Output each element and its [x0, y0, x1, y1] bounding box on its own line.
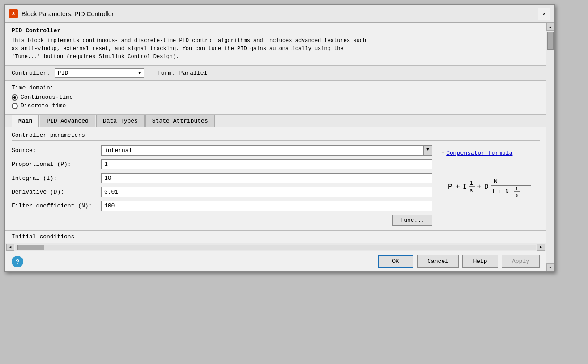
formula-container: P + I 1 s +	[441, 165, 540, 212]
title-bar-left: S Block Parameters: PID Controller	[9, 9, 114, 18]
dialog-title: Block Parameters: PID Controller	[21, 10, 114, 17]
filter-input[interactable]	[101, 201, 432, 211]
params-left: Source: internal ▼ Proportional (P):	[12, 145, 432, 226]
controller-select-arrow: ▼	[138, 71, 141, 76]
tune-row: Tune...	[12, 215, 432, 226]
scroll-up-arrow[interactable]: ▲	[546, 23, 554, 31]
source-dropdown-arrow[interactable]: ▼	[423, 146, 432, 155]
svg-text:+: +	[456, 183, 460, 191]
desc-text-2: as anti-windup, external reset, and sign…	[12, 45, 540, 53]
source-value: internal	[102, 146, 423, 155]
controller-label: Controller:	[12, 70, 50, 76]
tab-state-attributes[interactable]: State Attributes	[145, 115, 215, 127]
description-section: PID Controller This block implements con…	[5, 23, 546, 66]
source-label: Source:	[12, 147, 101, 154]
form-label: Form:	[158, 70, 175, 76]
vertical-scrollbar[interactable]: ▲ ▼	[546, 23, 554, 271]
initial-conditions-label: Initial conditions	[12, 233, 74, 240]
form-value: Parallel	[179, 70, 207, 76]
params-right: − Compensator formula P +	[441, 145, 540, 226]
svg-text:P: P	[448, 183, 452, 191]
time-domain-label: Time domain:	[12, 85, 540, 91]
proportional-label: Proportional (P):	[12, 161, 101, 168]
desc-text-3: 'Tune...' button (requires Simulink Cont…	[12, 53, 540, 61]
dialog-window: S Block Parameters: PID Controller × PID…	[4, 4, 555, 272]
close-button[interactable]: ×	[538, 8, 550, 20]
svg-text:I: I	[463, 183, 467, 191]
help-button[interactable]: Help	[462, 255, 498, 268]
radio-discrete-btn[interactable]	[12, 103, 18, 109]
svg-text:N: N	[494, 178, 498, 185]
dialog-icon: S	[9, 9, 18, 18]
tab-main[interactable]: Main	[12, 115, 39, 127]
radio-discrete[interactable]: Discrete-time	[12, 102, 540, 109]
integral-row: Integral (I):	[12, 173, 432, 183]
derivative-input[interactable]	[101, 187, 432, 197]
scroll-right-arrow[interactable]: ▶	[537, 244, 545, 251]
proportional-input[interactable]	[101, 159, 432, 169]
footer-buttons: OK Cancel Help Apply	[378, 255, 540, 268]
initial-conditions: Initial conditions	[5, 230, 546, 243]
controller-select[interactable]: PID ▼	[55, 68, 144, 78]
section-header: Controller parameters	[12, 132, 540, 141]
svg-text:D: D	[484, 183, 489, 191]
compensator-formula-link[interactable]: Compensator formula	[446, 150, 512, 157]
desc-text-1: This block implements continuous- and di…	[12, 37, 540, 45]
tabs-row: Main PID Advanced Data Types State Attri…	[5, 115, 546, 127]
svg-text:+: +	[477, 183, 481, 191]
svg-text:s: s	[515, 193, 518, 198]
collapse-icon[interactable]: −	[441, 150, 444, 157]
params-content: Source: internal ▼ Proportional (P):	[12, 145, 540, 226]
filter-label: Filter coefficient (N):	[12, 203, 101, 209]
scroll-down-arrow[interactable]: ▼	[546, 263, 554, 271]
controller-row: Controller: PID ▼ Form: Parallel	[5, 66, 546, 81]
scroll-thumb[interactable]	[17, 245, 44, 250]
time-domain-section: Time domain: Continuous-time Discrete-ti…	[5, 81, 546, 115]
derivative-row: Derivative (D):	[12, 187, 432, 197]
integral-input[interactable]	[101, 173, 432, 183]
radio-discrete-label: Discrete-time	[21, 102, 66, 109]
cancel-button[interactable]: Cancel	[417, 255, 459, 268]
tune-button[interactable]: Tune...	[392, 215, 432, 226]
tab-data-types[interactable]: Data Types	[96, 115, 145, 127]
formula-svg: P + I 1 s +	[446, 170, 535, 206]
filter-row: Filter coefficient (N):	[12, 201, 432, 211]
scroll-track[interactable]	[15, 245, 536, 250]
radio-continuous-label: Continuous-time	[21, 94, 73, 101]
derivative-label: Derivative (D):	[12, 189, 101, 195]
dialog-body: PID Controller This block implements con…	[5, 23, 554, 271]
scroll-left-arrow[interactable]: ◀	[6, 244, 14, 251]
svg-text:1: 1	[469, 180, 473, 186]
tabs-section: Main PID Advanced Data Types State Attri…	[5, 115, 546, 127]
svg-text:1 + N: 1 + N	[491, 188, 509, 195]
horizontal-scrollbar[interactable]: ◀ ▶	[5, 243, 546, 251]
source-row: Source: internal ▼	[12, 145, 432, 156]
svg-text:s: s	[469, 187, 473, 194]
footer: ? OK Cancel Help Apply	[5, 251, 546, 271]
scroll-thumb-vertical[interactable]	[547, 32, 554, 50]
title-bar: S Block Parameters: PID Controller ×	[5, 5, 554, 23]
proportional-row: Proportional (P):	[12, 159, 432, 169]
radio-continuous[interactable]: Continuous-time	[12, 94, 540, 101]
compensator-link-row: − Compensator formula	[441, 150, 512, 157]
radio-continuous-btn[interactable]	[12, 94, 18, 101]
apply-button[interactable]: Apply	[502, 255, 540, 268]
ok-button[interactable]: OK	[378, 255, 413, 268]
params-section: Controller parameters Source: internal ▼	[5, 127, 546, 230]
help-icon[interactable]: ?	[12, 256, 23, 267]
main-content: PID Controller This block implements con…	[5, 23, 546, 271]
integral-label: Integral (I):	[12, 175, 101, 182]
svg-text:1: 1	[515, 186, 518, 192]
source-select-wrapper[interactable]: internal ▼	[101, 145, 432, 156]
desc-title: PID Controller	[12, 27, 540, 34]
tab-pid-advanced[interactable]: PID Advanced	[40, 115, 95, 127]
